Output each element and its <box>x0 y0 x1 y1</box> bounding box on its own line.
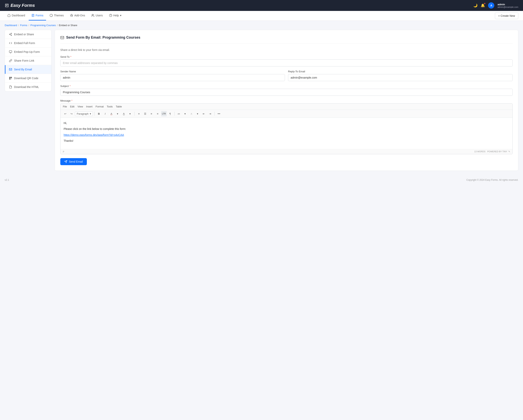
pilcrow-button[interactable]: ¶ <box>167 111 173 116</box>
svg-point-9 <box>9 34 10 35</box>
editor-body[interactable]: Hi, Please click on the link below to co… <box>60 118 513 149</box>
sidebar-item-send-email[interactable]: Send By Email <box>5 65 51 74</box>
reply-to-label: Reply-To Email <box>288 70 513 73</box>
font-color-button[interactable]: A <box>109 111 114 116</box>
notification-badge <box>484 2 486 5</box>
subject-group: Subject * <box>60 85 513 96</box>
bg-color-button[interactable]: A̲ <box>121 111 127 116</box>
sidebar-item-embed-full[interactable]: Embed Full Form <box>5 39 51 48</box>
avatar[interactable]: A <box>488 2 494 8</box>
editor-line3: Thanks! <box>64 139 509 143</box>
reply-to-input[interactable] <box>288 74 513 81</box>
svg-rect-13 <box>9 51 12 52</box>
svg-point-10 <box>11 35 12 36</box>
sidebar-label-send-email: Send By Email <box>14 68 32 71</box>
sidebar-item-embed-popup[interactable]: Embed Pop-Up Form <box>5 48 51 56</box>
themes-icon <box>49 14 53 17</box>
bullet-dropdown[interactable]: ▾ <box>182 111 188 116</box>
send-to-input[interactable] <box>60 59 513 66</box>
main-nav: Dashboard Forms Themes Add-Ons Users Hel… <box>0 11 523 21</box>
menu-tools[interactable]: Tools <box>107 105 113 108</box>
toolbar-sep4 <box>214 112 215 116</box>
indent-button[interactable]: ⇥ <box>207 111 213 116</box>
editor-menubar: File Edit View Insert Format Tools Table <box>60 103 513 110</box>
ordered-dropdown[interactable]: ▾ <box>195 111 200 116</box>
create-new-button[interactable]: + Create New <box>495 12 518 19</box>
nav-themes[interactable]: Themes <box>47 11 66 20</box>
editor-line1: Hi, <box>64 121 509 125</box>
svg-line-12 <box>10 33 11 34</box>
header-controls: 🌙 🔔 A admin admin@example.com <box>473 2 518 8</box>
breadcrumb-dashboard[interactable]: Dashboard <box>5 24 17 27</box>
nav-dashboard[interactable]: Dashboard <box>5 11 28 20</box>
sidebar-item-qr-code[interactable]: Download QR Code <box>5 74 51 83</box>
breadcrumb-course[interactable]: Programming Courses <box>30 24 56 27</box>
sidebar-item-share-link[interactable]: Share Form Link <box>5 56 51 65</box>
align-left-button[interactable]: ≡ <box>136 111 142 116</box>
editor-form-link[interactable]: https://demo.easyforms.dev/app/form?id=o… <box>64 133 124 136</box>
notifications-icon[interactable]: 🔔 <box>481 3 485 8</box>
content-header: Send Form By Email: Programming Courses <box>60 35 513 44</box>
editor-footer: P 13 WORDS POWERED BY TINY ✎ <box>60 149 513 154</box>
user-name: admin <box>498 3 518 6</box>
more-button[interactable]: ••• <box>216 111 222 116</box>
menu-table[interactable]: Table <box>116 105 122 108</box>
help-chevron: ▾ <box>120 14 121 17</box>
align-right-button[interactable]: ≡ <box>149 111 154 116</box>
svg-point-5 <box>92 14 93 15</box>
breadcrumb-forms[interactable]: Forms <box>20 24 27 27</box>
breadcrumb-sep2: / <box>28 24 29 27</box>
paragraph-select[interactable]: Paragraph ▾ <box>75 111 93 116</box>
font-color-dropdown[interactable]: ▾ <box>115 111 120 116</box>
moon-icon[interactable]: 🌙 <box>473 3 478 8</box>
sidebar-item-embed-share[interactable]: Embed or Share <box>5 30 51 39</box>
sidebar-label-embed-popup: Embed Pop-Up Form <box>14 50 40 53</box>
main-content: Send Form By Email: Programming Courses … <box>55 30 518 171</box>
ltr-button[interactable]: LTR <box>161 111 167 116</box>
logo-icon <box>5 3 9 8</box>
home-icon <box>8 14 10 17</box>
menu-format[interactable]: Format <box>96 105 104 108</box>
menu-insert[interactable]: Insert <box>86 105 92 108</box>
menu-view[interactable]: View <box>77 105 83 108</box>
content-title: Send Form By Email: Programming Courses <box>66 35 140 40</box>
html-icon <box>9 85 12 88</box>
menu-file[interactable]: File <box>63 105 67 108</box>
breadcrumb-current: Embed or Share <box>59 24 77 27</box>
ordered-list-button[interactable]: ⑃ <box>189 111 194 116</box>
menu-edit[interactable]: Edit <box>70 105 74 108</box>
code-icon <box>9 41 12 45</box>
send-icon <box>64 160 67 163</box>
message-group: Message * File Edit View Insert Format T… <box>60 99 513 154</box>
version: v2.1 <box>5 179 9 181</box>
redo-button[interactable]: ↪ <box>69 111 74 116</box>
send-email-button[interactable]: Send Email <box>60 158 87 165</box>
italic-button[interactable]: I <box>102 111 108 116</box>
app-name: Easy Forms <box>10 3 35 8</box>
nav-help[interactable]: Help ▾ <box>106 11 124 20</box>
nav-forms-label: Forms <box>36 14 43 17</box>
align-justify-button[interactable]: ≡ <box>155 111 160 116</box>
header: Easy Forms 🌙 🔔 A admin admin@example.com <box>0 0 523 11</box>
svg-rect-21 <box>11 77 11 78</box>
svg-rect-22 <box>9 79 10 79</box>
svg-point-8 <box>11 33 12 34</box>
nav-users[interactable]: Users <box>89 11 106 20</box>
bg-color-dropdown[interactable]: ▾ <box>127 111 133 116</box>
align-center-button[interactable]: ☰ <box>142 111 148 116</box>
bold-button[interactable]: B <box>96 111 102 116</box>
send-to-group: Send To * <box>60 55 513 66</box>
nav-dashboard-label: Dashboard <box>12 14 25 17</box>
subject-input[interactable] <box>60 89 513 96</box>
popup-icon <box>9 50 12 53</box>
bullet-list-button[interactable]: ≔ <box>176 111 182 116</box>
sender-name-input[interactable] <box>60 74 285 81</box>
help-icon <box>109 14 112 17</box>
sender-name-label: Sender Name <box>60 70 285 73</box>
sidebar-item-download-html[interactable]: Download the HTML <box>5 83 51 91</box>
undo-button[interactable]: ↩ <box>62 111 68 116</box>
nav-addons[interactable]: Add-Ons <box>67 11 88 20</box>
nav-forms[interactable]: Forms <box>29 11 46 20</box>
outdent-button[interactable]: ⇤ <box>201 111 207 116</box>
send-to-required: * <box>70 55 71 58</box>
